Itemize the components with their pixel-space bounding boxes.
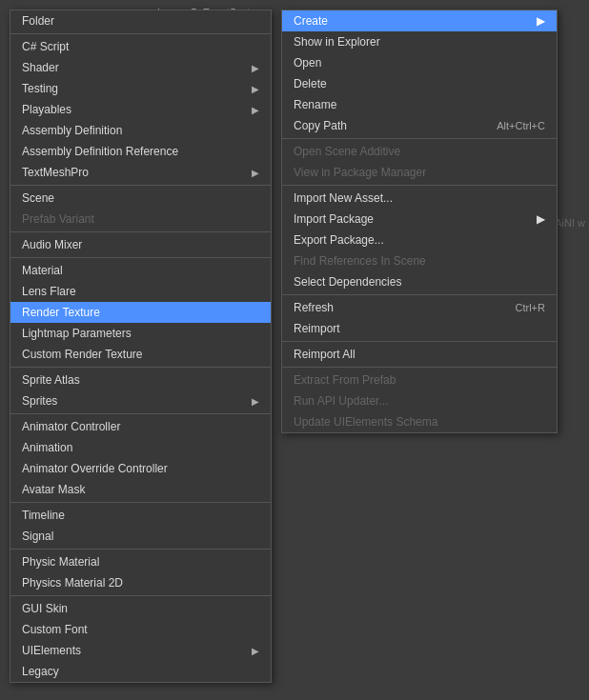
- menu-item-select-dependencies-label: Select Dependencies: [294, 275, 401, 289]
- menu-item-rename[interactable]: Rename: [282, 94, 557, 115]
- menu-item-find-references-label: Find References In Scene: [294, 254, 426, 268]
- menu-item-assembly-definition[interactable]: Assembly Definition: [10, 120, 271, 141]
- menu-item-sprites[interactable]: Sprites ▶: [10, 390, 271, 411]
- menu-item-legacy-label: Legacy: [22, 665, 59, 678]
- arrow-icon: ▶: [252, 84, 259, 94]
- menu-item-gui-skin-label: GUI Skin: [22, 602, 68, 615]
- menu-item-delete-label: Delete: [294, 77, 327, 90]
- menu-item-avatar-mask[interactable]: Avatar Mask: [10, 479, 271, 500]
- menu-item-run-api-updater: Run API Updater...: [282, 390, 557, 411]
- menu-item-custom-render-texture[interactable]: Custom Render Texture: [10, 344, 271, 365]
- menu-item-sprite-atlas[interactable]: Sprite Atlas: [10, 370, 271, 390]
- menu-item-textmeshpro-label: TextMeshPro: [22, 166, 89, 179]
- menu-item-custom-font[interactable]: Custom Font: [10, 619, 271, 640]
- menu-item-shader[interactable]: Shader ▶: [10, 57, 271, 78]
- copy-path-shortcut: Alt+Ctrl+C: [497, 120, 545, 131]
- menu-item-run-api-updater-label: Run API Updater...: [294, 394, 388, 408]
- menu-item-material[interactable]: Material: [10, 260, 271, 281]
- menu-item-open-label: Open: [294, 56, 321, 70]
- menu-separator: [10, 367, 271, 368]
- left-context-menu: Folder C# Script Shader ▶ Testing ▶ Play…: [10, 10, 272, 683]
- menu-item-audio-mixer-label: Audio Mixer: [22, 238, 82, 251]
- menu-item-extract-from-prefab-label: Extract From Prefab: [294, 373, 396, 387]
- menu-item-show-in-explorer[interactable]: Show in Explorer: [282, 31, 557, 52]
- menu-item-playables-label: Playables: [22, 103, 71, 116]
- arrow-icon: ▶: [252, 105, 259, 115]
- menu-item-refresh-label: Refresh: [294, 301, 334, 314]
- menu-item-reimport-label: Reimport: [294, 322, 340, 335]
- menu-item-csharp-label: C# Script: [22, 40, 69, 53]
- menu-item-ui-elements[interactable]: UIElements ▶: [10, 640, 271, 661]
- menu-separator: [10, 502, 271, 503]
- menu-item-scene-label: Scene: [22, 191, 54, 205]
- menu-item-legacy[interactable]: Legacy: [10, 661, 271, 682]
- menu-item-testing[interactable]: Testing ▶: [10, 78, 271, 99]
- menu-item-lightmap-parameters[interactable]: Lightmap Parameters: [10, 323, 271, 344]
- menu-item-timeline-label: Timeline: [22, 509, 65, 522]
- menu-item-gui-skin[interactable]: GUI Skin: [10, 598, 271, 619]
- menu-item-import-new-asset[interactable]: Import New Asset...: [282, 188, 557, 209]
- menu-item-sprite-atlas-label: Sprite Atlas: [22, 373, 80, 387]
- menu-item-view-in-package-manager-label: View in Package Manager: [294, 166, 426, 179]
- menu-item-lightmap-parameters-label: Lightmap Parameters: [22, 327, 132, 340]
- menu-item-create[interactable]: Create ▶: [282, 10, 557, 31]
- menu-item-custom-render-texture-label: Custom Render Texture: [22, 348, 143, 361]
- menu-item-physic-material-label: Physic Material: [22, 555, 99, 569]
- menu-item-folder[interactable]: Folder: [10, 10, 271, 31]
- menu-item-assembly-definition-ref[interactable]: Assembly Definition Reference: [10, 141, 271, 162]
- menu-item-import-package[interactable]: Import Package ▶: [282, 209, 557, 230]
- menu-item-physic-material[interactable]: Physic Material: [10, 551, 271, 572]
- menu-item-export-package-label: Export Package...: [294, 233, 384, 247]
- menu-item-prefab-variant-label: Prefab Variant: [22, 212, 94, 226]
- menu-item-open-scene-additive-label: Open Scene Additive: [294, 145, 400, 158]
- menu-item-animation-label: Animation: [22, 441, 72, 454]
- menu-item-animation[interactable]: Animation: [10, 437, 271, 458]
- menu-item-reimport-all-label: Reimport All: [294, 348, 355, 361]
- menu-separator: [282, 185, 557, 186]
- menu-separator: [10, 413, 271, 414]
- menu-item-audio-mixer[interactable]: Audio Mixer: [10, 234, 271, 255]
- menu-item-find-references: Find References In Scene: [282, 250, 557, 271]
- menu-item-lens-flare[interactable]: Lens Flare: [10, 281, 271, 302]
- menu-item-csharp-script[interactable]: C# Script: [10, 36, 271, 57]
- menu-item-update-uielements-schema-label: Update UIElements Schema: [294, 415, 437, 429]
- menu-item-timeline[interactable]: Timeline: [10, 505, 271, 526]
- arrow-icon: ▶: [252, 396, 259, 407]
- arrow-icon: ▶: [537, 14, 545, 28]
- menu-item-delete[interactable]: Delete: [282, 73, 557, 94]
- menu-item-signal-label: Signal: [22, 530, 53, 543]
- menu-item-render-texture[interactable]: Render Texture: [10, 302, 271, 323]
- menu-item-animator-controller[interactable]: Animator Controller: [10, 416, 271, 437]
- menu-item-playables[interactable]: Playables ▶: [10, 99, 271, 120]
- menu-item-refresh[interactable]: Refresh Ctrl+R: [282, 297, 557, 318]
- menu-item-physics-material-2d[interactable]: Physics Material 2D: [10, 572, 271, 593]
- menu-item-select-dependencies[interactable]: Select Dependencies: [282, 271, 557, 292]
- refresh-shortcut: Ctrl+R: [516, 302, 545, 313]
- menu-separator: [10, 595, 271, 596]
- menu-item-copy-path-label: Copy Path: [294, 119, 347, 132]
- menu-item-open[interactable]: Open: [282, 52, 557, 73]
- menu-item-reimport[interactable]: Reimport: [282, 318, 557, 339]
- menu-item-export-package[interactable]: Export Package...: [282, 230, 557, 250]
- arrow-icon: ▶: [252, 168, 259, 178]
- menu-item-copy-path[interactable]: Copy Path Alt+Ctrl+C: [282, 115, 557, 136]
- menu-item-signal[interactable]: Signal: [10, 526, 271, 547]
- menu-item-extract-from-prefab: Extract From Prefab: [282, 370, 557, 390]
- menu-item-assembly-definition-label: Assembly Definition: [22, 124, 122, 137]
- menu-item-import-new-asset-label: Import New Asset...: [294, 191, 393, 205]
- menu-separator: [282, 294, 557, 295]
- menu-item-material-label: Material: [22, 264, 63, 277]
- menu-item-animator-override-controller[interactable]: Animator Override Controller: [10, 458, 271, 479]
- arrow-icon: ▶: [537, 212, 545, 226]
- menu-item-folder-label: Folder: [22, 14, 54, 28]
- menu-item-sprites-label: Sprites: [22, 394, 57, 408]
- menu-item-scene[interactable]: Scene: [10, 188, 271, 209]
- menu-item-custom-font-label: Custom Font: [22, 623, 88, 636]
- menu-item-shader-label: Shader: [22, 61, 59, 74]
- menu-item-lens-flare-label: Lens Flare: [22, 285, 76, 298]
- menu-item-physics-material-2d-label: Physics Material 2D: [22, 576, 123, 590]
- menu-item-reimport-all[interactable]: Reimport All: [282, 344, 557, 365]
- menu-item-textmeshpro[interactable]: TextMeshPro ▶: [10, 162, 271, 183]
- menu-item-assembly-definition-ref-label: Assembly Definition Reference: [22, 145, 178, 158]
- right-context-menu: Create ▶ Show in Explorer Open Delete Re…: [281, 10, 558, 433]
